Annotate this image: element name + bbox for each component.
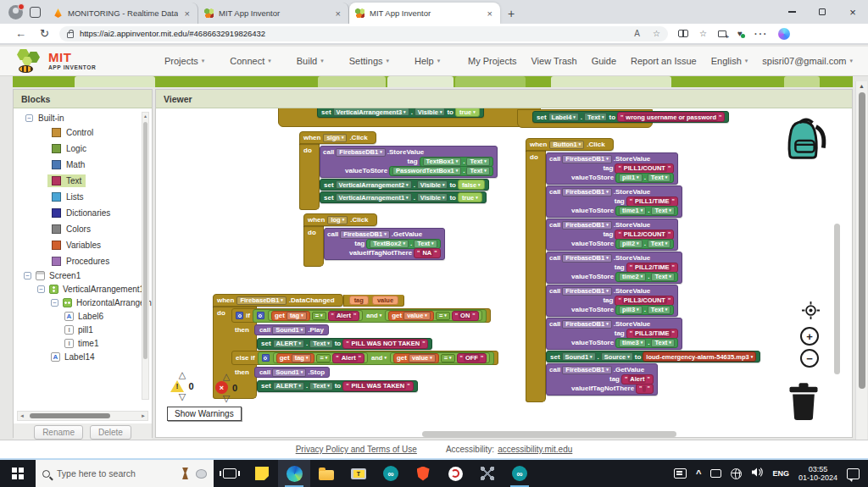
- collapse-icon[interactable]: −: [25, 114, 33, 122]
- minimize-button[interactable]: [776, 0, 807, 24]
- taskbar-clock[interactable]: 03:55 01-10-2024: [798, 465, 837, 483]
- block-dropdown[interactable]: FirebaseDB1▾: [562, 155, 611, 163]
- get-variable-block[interactable]: gettag▾: [276, 353, 315, 363]
- text-string-block[interactable]: "NA": [414, 248, 441, 258]
- collections-icon[interactable]: [718, 30, 726, 37]
- canvas-vertical-scrollbar[interactable]: [834, 224, 840, 374]
- blocks-canvas[interactable]: △ 0 ▽ △ × 0 ▽ Show Warnings: [156, 108, 852, 437]
- block-dropdown[interactable]: Text▾: [648, 174, 670, 182]
- component-getter-block[interactable]: TextBox1▾.Text▾: [420, 157, 493, 167]
- component-getter-block[interactable]: time3▾.Text▾: [615, 338, 678, 348]
- block-dropdown[interactable]: FirebaseDB1▾: [562, 287, 611, 296]
- palette-item-colors[interactable]: Colors: [47, 223, 95, 235]
- block-dropdown[interactable]: Text▾: [651, 273, 674, 281]
- text-string-block[interactable]: "Alert": [621, 374, 654, 385]
- block-dropdown[interactable]: time1▾: [619, 207, 646, 215]
- block-dropdown[interactable]: value▾: [403, 312, 431, 320]
- text-string-block[interactable]: "PILL WAS NOT TAKEN": [342, 339, 428, 349]
- block-dropdown[interactable]: Button1▾: [549, 141, 584, 149]
- component-getter-block[interactable]: PasswordTextBox1▾.Text▾: [389, 166, 493, 176]
- equals-dropdown[interactable]: =▾: [316, 354, 331, 362]
- palette-item-text[interactable]: Text: [47, 174, 86, 187]
- boolean-dropdown[interactable]: true▾: [455, 108, 480, 117]
- mutator-icon[interactable]: [257, 312, 264, 319]
- proteus-button[interactable]: [439, 460, 471, 487]
- zoom-in-icon[interactable]: +: [800, 327, 819, 346]
- trash-icon[interactable]: [785, 381, 822, 425]
- favorite-star-icon[interactable]: ☆: [653, 29, 660, 38]
- scroll-up-icon[interactable]: ▴: [142, 113, 148, 120]
- tree-item-verticalarrangement12[interactable]: −VerticalArrangement12: [37, 285, 152, 294]
- call-block[interactable]: callFirebaseDB1▾.StoreValuetag"PILL3/COU…: [546, 285, 678, 317]
- event-parameter[interactable]: value: [372, 296, 398, 305]
- tab-close-icon[interactable]: ×: [334, 8, 342, 19]
- block-dropdown[interactable]: Text▾: [648, 306, 670, 314]
- block-dropdown[interactable]: Text▾: [309, 340, 332, 348]
- browser-profile-icon[interactable]: [8, 5, 23, 19]
- get-variable-block[interactable]: getvalue▾: [393, 353, 439, 363]
- get-variable-block[interactable]: gettag▾: [271, 311, 310, 321]
- block-dropdown[interactable]: VerticalArrangement3▾: [333, 108, 409, 116]
- set-block[interactable]: setVerticalArrangement2▾.Visible▾tofalse…: [320, 179, 489, 191]
- blocks-group-when-firebasedb1-datachanged[interactable]: whenFirebaseDB1▾.DataChangedtagvaluedoif…: [213, 294, 498, 399]
- link-report-an-issue[interactable]: Report an Issue: [631, 56, 697, 66]
- scroll-right-icon[interactable]: ►: [141, 413, 146, 418]
- start-button[interactable]: [0, 460, 36, 487]
- refresh-icon[interactable]: ↻: [40, 27, 49, 40]
- tree-item-horizontalarrangem[interactable]: −HorizontalArrangem: [51, 298, 152, 307]
- compare-block[interactable]: gettag▾=▾"Alert": [273, 352, 368, 363]
- url-text[interactable]: https://ai2.appinventor.mit.edu/#4686632…: [80, 29, 621, 38]
- text-string-block[interactable]: "wrong username or password": [617, 112, 725, 122]
- block-dropdown[interactable]: VerticalArrangement1▾: [336, 193, 412, 202]
- get-variable-block[interactable]: getvalue▾: [388, 311, 434, 321]
- component-getter-block[interactable]: TextBox2▾.Text▾: [366, 239, 440, 249]
- scrollbar-thumb[interactable]: [859, 92, 865, 389]
- block-dropdown[interactable]: Text▾: [584, 113, 607, 121]
- event-block-header[interactable]: whenButton1▾.Click: [526, 138, 614, 151]
- block-dropdown[interactable]: FirebaseDB1▾: [236, 296, 286, 305]
- block-dropdown[interactable]: Sound1▾: [272, 326, 306, 335]
- block-dropdown[interactable]: Source▾: [601, 352, 633, 361]
- block-dropdown[interactable]: Text▾: [648, 240, 670, 248]
- sound-source-dropdown[interactable]: loud-emergency-alarm-54635.mp3▾: [643, 351, 756, 362]
- browser-tab-2[interactable]: MIT App Inventor×: [198, 3, 349, 24]
- collapse-down-icon[interactable]: ▽: [179, 393, 186, 401]
- rename-button[interactable]: Rename: [34, 425, 83, 440]
- text-string-block[interactable]: "PILL1/TIME": [626, 196, 678, 207]
- boolean-dropdown[interactable]: false▾: [458, 180, 485, 190]
- and-block[interactable]: gettag▾=▾"Alert"and▾getvalue▾=▾"OFF": [258, 351, 495, 365]
- file-explorer-button[interactable]: [310, 460, 342, 487]
- call-block[interactable]: callFirebaseDB1▾.StoreValuetag"PILL2/TIM…: [546, 252, 682, 284]
- privacy-link[interactable]: Privacy Policy and Terms of Use: [296, 445, 417, 454]
- tree-horizontal-scrollbar[interactable]: ◄ ►: [17, 411, 148, 421]
- call-block[interactable]: callSound1▾.Play: [254, 324, 329, 335]
- block-dropdown[interactable]: time3▾: [619, 339, 646, 347]
- page-scrollbar[interactable]: ▲: [855, 81, 867, 460]
- palette-item-logic[interactable]: Logic: [47, 142, 91, 155]
- volume-icon[interactable]: [751, 466, 763, 481]
- news-widget-icon[interactable]: [674, 468, 687, 479]
- call-block[interactable]: callFirebaseDB1▾.GetValuetagTextBox2▾.Te…: [324, 228, 445, 260]
- palette-item-variables[interactable]: Variables: [47, 239, 105, 252]
- block-dropdown[interactable]: Text▾: [309, 382, 332, 390]
- mutator-icon[interactable]: [262, 354, 270, 362]
- event-parameter[interactable]: tag: [349, 296, 369, 305]
- nav-settings[interactable]: Settings▾: [349, 56, 389, 66]
- block-dropdown[interactable]: pill3▾: [619, 306, 643, 314]
- block-dropdown[interactable]: Text▾: [651, 207, 674, 215]
- palette-item-procedures[interactable]: Procedures: [47, 255, 114, 268]
- block-dropdown[interactable]: Visible▾: [417, 193, 448, 202]
- palette-item-math[interactable]: Math: [47, 158, 89, 171]
- builtin-section[interactable]: − Built-in: [14, 108, 152, 126]
- equals-dropdown[interactable]: =▾: [441, 354, 455, 362]
- block-row[interactable]: thencallSound1▾.Stop: [235, 366, 330, 379]
- set-block[interactable]: setVerticalArrangement1▾.Visible▾totrue▾: [320, 191, 487, 203]
- link-my-projects[interactable]: My Projects: [468, 56, 516, 66]
- edge-button[interactable]: [278, 460, 310, 487]
- network-icon[interactable]: [731, 468, 742, 479]
- drone-app-button[interactable]: [471, 460, 504, 487]
- block-row[interactable]: setALERT▾.Text▾to"PILL WAS NOT TAKEN": [257, 337, 432, 350]
- canvas-horizontal-scrollbar[interactable]: [422, 431, 676, 437]
- event-block-header[interactable]: whensign▾.Click: [299, 131, 376, 144]
- block-dropdown[interactable]: value▾: [409, 354, 436, 362]
